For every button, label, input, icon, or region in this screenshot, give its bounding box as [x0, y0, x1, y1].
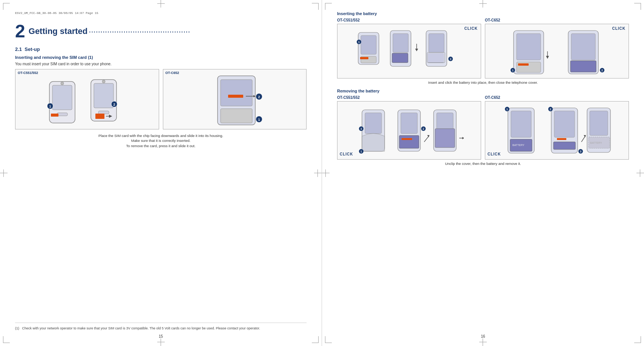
sim-diagram-row: OT-C551/552 1 [15, 69, 307, 129]
svg-rect-52 [570, 61, 596, 72]
sim-caption-lines: Place the SIM card with the chip facing … [15, 133, 307, 148]
svg-rect-13 [95, 114, 104, 119]
crosshair-left-left [0, 169, 8, 177]
svg-rect-6 [51, 114, 58, 117]
remove-caption: Unclip the cover, then the battery and r… [337, 161, 629, 166]
crosshair-bottom-left [157, 338, 165, 346]
insert-caption: Insert and click the battery into place,… [337, 80, 629, 85]
removing-diagram-652: CLICK 1 BATTERY [485, 101, 629, 160]
svg-text:1: 1 [512, 69, 514, 72]
svg-marker-73 [462, 137, 464, 139]
phone-illustration-652: 2 1 [163, 69, 307, 129]
corner-bl [3, 336, 10, 343]
svg-rect-81 [554, 111, 575, 137]
svg-rect-91 [590, 111, 608, 135]
svg-rect-63 [399, 135, 419, 148]
removing-right-col: OT-C652 CLICK 1 BATTERY [485, 95, 629, 160]
svg-rect-47 [518, 63, 529, 66]
svg-text:1: 1 [258, 118, 260, 121]
model-label-551: OT-C551/552 [18, 71, 38, 75]
svg-rect-22 [228, 95, 243, 98]
inserting-title: Inserting the battery [337, 11, 629, 16]
svg-text:1: 1 [360, 150, 362, 153]
corner-tl-r [325, 3, 332, 10]
page-left: E5V2_UM_FCC-GB_30-06-05 30/06/05 14:07 P… [0, 0, 322, 346]
svg-marker-49 [546, 56, 549, 59]
chapter-dots: ........................................… [89, 25, 190, 34]
svg-rect-39 [427, 52, 445, 63]
svg-text:1: 1 [506, 108, 508, 111]
inserting-right-col: OT-C652 CLICK 1 [485, 18, 629, 78]
chapter-title: Getting started [29, 26, 87, 36]
section-heading: 2.1 Set-up [15, 46, 307, 52]
footnote-area: (1) Check with your network operator to … [15, 323, 307, 331]
chapter-header: 2 Getting started ......................… [15, 22, 307, 40]
svg-rect-43 [517, 34, 541, 60]
svg-text:BATTERY: BATTERY [512, 144, 524, 146]
svg-rect-32 [393, 34, 408, 52]
svg-rect-62 [401, 113, 417, 134]
svg-text:3: 3 [360, 128, 362, 130]
page-number-left: 15 [159, 334, 163, 338]
svg-text:2: 2 [113, 103, 115, 106]
click-label-rem-left: CLICK [340, 152, 353, 156]
svg-rect-17 [221, 109, 252, 123]
svg-rect-26 [361, 35, 376, 54]
svg-point-9 [102, 80, 105, 83]
svg-text:2: 2 [423, 128, 424, 130]
svg-marker-35 [415, 49, 418, 51]
page-number-right: 16 [481, 334, 485, 338]
svg-text:2: 2 [258, 95, 260, 99]
crosshair-right-right [636, 169, 644, 177]
footnote: (1) Check with your network operator to … [15, 326, 307, 331]
svg-rect-56 [365, 113, 382, 134]
body-text: You must insert your SIM card in order t… [15, 62, 307, 66]
inserting-model-left-label: OT-C551/552 [337, 18, 481, 22]
inserting-model-row: OT-C551/552 CLICK 1 [337, 18, 629, 78]
corner-tl [3, 3, 10, 10]
corner-tr-r [634, 3, 641, 10]
removing-model-right-label: OT-C652 [485, 95, 629, 100]
footnote-num: (1) [15, 326, 19, 330]
svg-rect-33 [392, 53, 408, 63]
svg-line-67 [424, 136, 429, 142]
model-label-652: OT-C652 [166, 71, 179, 75]
chapter-number: 2 [15, 22, 25, 40]
removing-model-left-label: OT-C551/552 [337, 95, 481, 100]
svg-text:2: 2 [601, 69, 603, 72]
svg-rect-71 [435, 129, 455, 148]
page-right: Inserting the battery OT-C551/552 CLICK [322, 0, 644, 346]
svg-rect-75 [511, 111, 531, 137]
removing-title: Removing the battery [337, 89, 629, 93]
svg-rect-1 [52, 85, 72, 110]
svg-text:2: 2 [550, 108, 551, 111]
svg-text:3: 3 [450, 58, 451, 60]
crosshair-right-left [314, 169, 322, 177]
svg-rect-87 [557, 138, 566, 140]
removing-model-row: OT-C551/552 CLICK 1 [337, 95, 629, 160]
svg-rect-37 [429, 34, 444, 52]
inserting-diagram-652: CLICK 1 [485, 24, 629, 78]
corner-br [312, 336, 319, 343]
svg-text:1: 1 [358, 41, 360, 43]
inserting-left-col: OT-C551/552 CLICK 1 [337, 18, 481, 78]
crosshair-top-right [479, 0, 487, 8]
sim-diagram-652: OT-C652 2 [163, 69, 307, 129]
svg-rect-82 [554, 142, 575, 149]
sim-diagram-551: OT-C551/552 1 [15, 69, 159, 129]
svg-text:1: 1 [49, 105, 51, 108]
footnote-text: Check with your network operator to make… [22, 326, 260, 330]
corner-br-r [634, 336, 641, 343]
svg-rect-51 [571, 34, 595, 60]
removing-diagram-551: CLICK 1 3 [337, 101, 481, 160]
removing-left-col: OT-C551/552 CLICK 1 [337, 95, 481, 160]
corner-bl-r [325, 336, 332, 343]
subsection-heading: Inserting and removing the SIM card (1) [15, 55, 307, 60]
svg-rect-3 [57, 113, 67, 116]
click-label-rem-right: CLICK [488, 152, 501, 156]
svg-rect-16 [221, 80, 252, 106]
phone-illustration-551: 1 2 [15, 69, 159, 129]
click-label-ins-left: CLICK [464, 26, 478, 31]
crosshair-top-left [157, 0, 165, 8]
crosshair-left-right [322, 169, 330, 177]
